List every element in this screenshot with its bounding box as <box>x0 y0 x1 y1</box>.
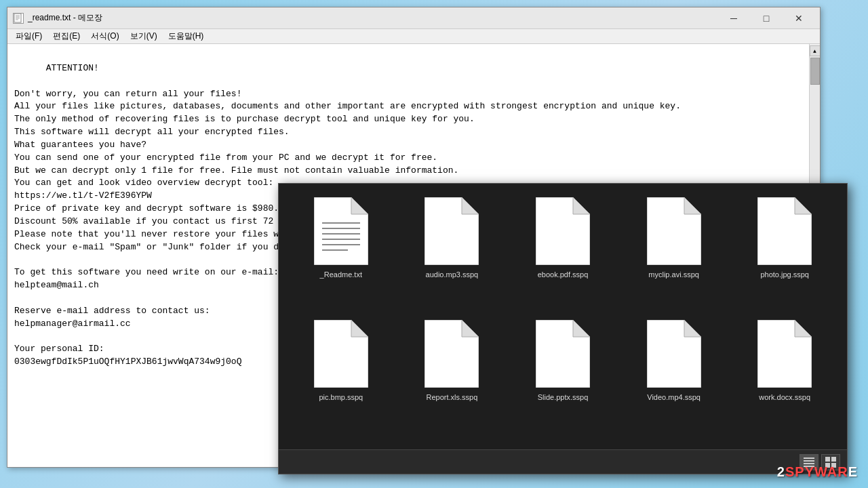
file-icon-8 <box>647 320 701 388</box>
watermark-accent: SPYWAR <box>785 464 848 479</box>
file-icon-9 <box>757 320 812 388</box>
svg-marker-30 <box>795 320 812 337</box>
file-item[interactable]: ebook.pdf.sspq <box>511 197 615 313</box>
file-item[interactable]: pic.bmp.sspq <box>289 320 393 436</box>
maximize-button[interactable]: □ <box>751 10 782 26</box>
svg-marker-22 <box>351 320 368 337</box>
file-icon-7 <box>536 320 590 388</box>
svg-marker-20 <box>795 197 812 214</box>
window-title: _readme.txt - 메모장 <box>28 12 102 24</box>
file-item[interactable]: Slide.pptx.sspq <box>511 320 615 436</box>
menu-edit[interactable]: 편집(E) <box>47 29 85 43</box>
file-icon-4 <box>757 197 812 265</box>
menu-view[interactable]: 보기(V) <box>125 29 163 43</box>
file-icon-5 <box>314 320 368 388</box>
menu-format[interactable]: 서식(O) <box>85 29 124 43</box>
window-controls: ─ □ ✕ <box>718 10 814 26</box>
svg-marker-28 <box>684 320 701 337</box>
menu-help[interactable]: 도움말(H) <box>163 29 210 43</box>
file-explorer-toolbar <box>279 449 847 474</box>
close-button[interactable]: ✕ <box>783 10 814 26</box>
file-label-8: Video.mp4.sspq <box>647 393 701 401</box>
file-item[interactable]: Report.xls.sspq <box>400 320 505 436</box>
file-label-3: myclip.avi.sspq <box>648 270 699 279</box>
svg-rect-35 <box>825 457 830 462</box>
title-bar: _readme.txt - 메모장 ─ □ ✕ <box>7 7 820 29</box>
svg-marker-26 <box>573 320 590 337</box>
file-label-4: photo.jpg.sspq <box>760 270 809 279</box>
svg-marker-16 <box>573 197 590 214</box>
file-label-1: audio.mp3.sspq <box>426 270 479 279</box>
notepad-icon <box>13 13 24 24</box>
watermark-e: E <box>848 464 858 479</box>
file-item[interactable]: work.docx.sspq <box>732 320 837 436</box>
watermark: 2SPYWARE <box>777 464 858 480</box>
file-item[interactable]: myclip.avi.sspq <box>622 197 726 313</box>
file-item[interactable]: Video.mp4.sspq <box>622 320 726 436</box>
svg-marker-14 <box>462 197 479 214</box>
scroll-up-arrow[interactable]: ▲ <box>810 45 821 56</box>
minimize-button[interactable]: ─ <box>718 10 749 26</box>
svg-marker-6 <box>351 197 368 214</box>
svg-rect-31 <box>804 458 814 459</box>
file-icon-2 <box>536 197 590 265</box>
file-label-5: pic.bmp.sspq <box>319 393 363 401</box>
svg-rect-32 <box>804 460 814 462</box>
svg-marker-24 <box>462 320 479 337</box>
file-item[interactable]: photo.jpg.sspq <box>732 197 837 313</box>
file-label-2: ebook.pdf.sspq <box>538 270 589 279</box>
file-label-6: Report.xls.sspq <box>426 393 477 401</box>
svg-rect-36 <box>831 457 836 462</box>
file-icon-3 <box>647 197 701 265</box>
watermark-text-2: 2 <box>777 464 785 479</box>
file-icon-1 <box>425 197 479 265</box>
file-label-9: work.docx.sspq <box>759 393 810 401</box>
file-label-7: Slide.pptx.sspq <box>538 393 589 401</box>
file-item[interactable]: audio.mp3.sspq <box>400 197 505 313</box>
file-item[interactable]: _Readme.txt <box>289 197 393 313</box>
file-icon-6 <box>425 320 479 388</box>
scroll-thumb[interactable] <box>810 58 820 85</box>
file-icon-0 <box>314 197 368 265</box>
menu-file[interactable]: 파일(F) <box>10 29 47 43</box>
svg-marker-18 <box>684 197 701 214</box>
file-label-0: _Readme.txt <box>320 270 362 279</box>
menu-bar: 파일(F) 편집(E) 서식(O) 보기(V) 도움말(H) <box>7 29 820 44</box>
title-bar-left: _readme.txt - 메모장 <box>13 12 102 24</box>
files-grid: _Readme.txt audio.mp3.sspq ebook.pdf.ssp… <box>279 184 847 449</box>
file-explorer: _Readme.txt audio.mp3.sspq ebook.pdf.ssp… <box>278 183 848 474</box>
